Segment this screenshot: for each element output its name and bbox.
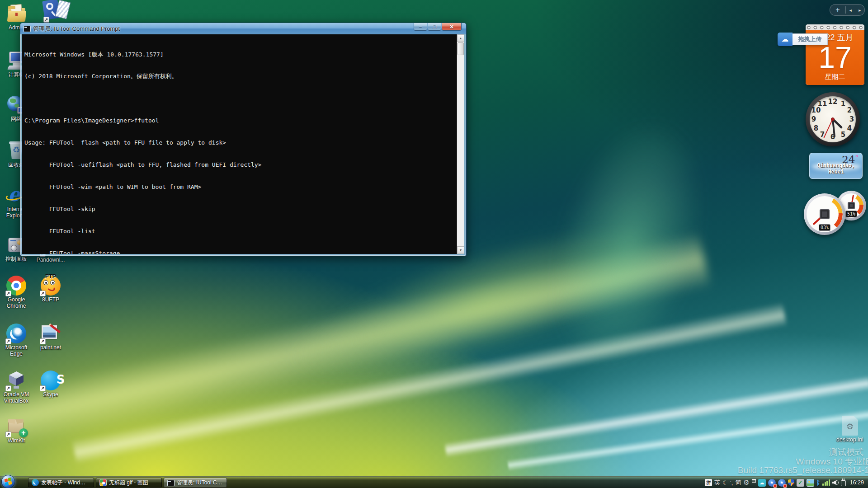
shortcut-arrow-icon: ↗ [5, 338, 11, 344]
ini-file-icon: ⚙ [842, 416, 858, 436]
windows-logo-icon [5, 478, 12, 486]
icon-label: paint.net [36, 344, 65, 351]
console-line: FFUTool -list [24, 228, 457, 235]
ram-chip-icon [848, 202, 855, 209]
desktop-icon-paint-net[interactable]: ↗ paint.net [36, 324, 65, 351]
console-line: FFUTool -uefiflash <path to FFU, flashed… [24, 161, 457, 169]
bluetooth-icon[interactable]: ᛒ [816, 479, 820, 486]
netdisk-tray-icon-2[interactable]: ★ [778, 479, 786, 487]
desktop-icon-8uftp[interactable]: FTP ↗ 8UFTP [36, 276, 65, 303]
ime-punctuation-icon[interactable]: ’, [730, 479, 733, 486]
netdisk-tray-icon-1[interactable]: ★ [768, 479, 776, 487]
clock-center-cap [831, 117, 835, 121]
console-line: Usage: FFUTool -flash <path to FFU file … [24, 139, 457, 146]
antivirus-tray-icon[interactable]: ✓ [797, 479, 804, 487]
alert-badge: ✕ [792, 483, 796, 487]
minimize-button[interactable]: – [414, 23, 427, 31]
drag-upload-widget[interactable]: ☁ 拖拽上传 [778, 33, 828, 46]
icon-label: Oracle VM VirtualBox [2, 391, 31, 404]
weather-gadget[interactable]: 24° Qinhuangdao, Hebei [809, 153, 863, 179]
taskbar-clock[interactable]: 16:29 [848, 479, 866, 486]
upload-label: 拖拽上传 [793, 33, 828, 45]
console-line: FFUTool -skip [24, 206, 457, 213]
maximize-button[interactable]: ▢ [428, 23, 441, 31]
ram-usage-readout: 51% [845, 211, 857, 217]
scrollbar-thumb[interactable] [458, 42, 464, 55]
language-bar-restore-icon[interactable] [752, 479, 756, 483]
desktop-icon-desktop-ini[interactable]: ⚙ desktop.ini [831, 416, 868, 443]
shortcut-arrow-icon: ↗ [5, 291, 11, 296]
shortcut-arrow-icon: ↗ [5, 385, 11, 391]
shortcut-arrow-icon: ↗ [40, 291, 46, 296]
folder-icon [7, 5, 25, 23]
taskbar-task-command-prompt[interactable]: 管理员: IUTool Co... [164, 478, 227, 488]
cmd-icon [167, 480, 175, 486]
console-line: Microsoft Windows [版本 10.0.17763.1577] [24, 51, 457, 58]
taskbar: 发表帖子 - Window... 无标题.gif - 画图 管理员: IUToo… [0, 476, 868, 488]
desktop-icon-google-chrome[interactable]: ↗ Google Chrome [2, 276, 31, 309]
volume-icon[interactable] [832, 479, 839, 486]
desktop-icon-document-search[interactable]: ↗ [42, 0, 71, 23]
ime-pinyin-indicator[interactable]: 拼 [705, 479, 712, 486]
close-button[interactable]: ✕ [442, 23, 462, 31]
disconnected-badge [773, 484, 777, 488]
next-page-button[interactable]: ▸ [855, 8, 865, 13]
watermark-build: Build 17763.rs5_release.180914-1434 [738, 465, 868, 475]
console-line: FFUTool -wim <path to WIM to boot from R… [24, 183, 457, 191]
console-line: FFUTool -massStorage [24, 250, 457, 254]
icon-label: 控制面板 [2, 256, 31, 262]
console-line [24, 95, 457, 102]
cmd-icon [24, 26, 31, 32]
console-output[interactable]: Microsoft Windows [版本 10.0.17763.1577] (… [22, 34, 464, 254]
desktop-icon-virtualbox[interactable]: ↗ Oracle VM VirtualBox [2, 371, 31, 404]
icon-label: desktop.ini [831, 436, 868, 443]
clock-gadget[interactable]: 1 2 3 4 5 6 7 8 9 10 11 12 [806, 92, 860, 146]
icon-label: WimKit [2, 437, 31, 444]
console-scrollbar[interactable]: ▲ ▼ [457, 34, 464, 254]
scrollbar-track[interactable] [457, 56, 464, 246]
paint-icon [99, 479, 107, 486]
cloud-upload-icon[interactable]: ☁ [778, 33, 793, 46]
calendar-day: 17 [806, 43, 864, 72]
clock-number: 9 [811, 115, 816, 123]
window-title: 管理员: IUTool Command Prompt [33, 25, 120, 33]
security-shield-tray-icon[interactable]: ✕ [788, 479, 794, 486]
shortcut-arrow-icon: ↗ [40, 338, 46, 344]
network-signal-icon[interactable] [822, 479, 830, 486]
power-plug-icon[interactable] [841, 480, 846, 486]
icon-label: Google Chrome [2, 296, 31, 309]
icon-label: Microsoft Edge [2, 344, 31, 357]
window-titlebar[interactable]: 管理员: IUTool Command Prompt – ▢ ✕ [20, 23, 466, 34]
clock-number: 4 [847, 124, 852, 132]
gadget-sidebar-toolbar[interactable]: + ◂ ▸ [830, 4, 865, 16]
cloud-sync-tray-icon[interactable]: ☁ [758, 479, 766, 487]
clock-number: 11 [818, 100, 827, 108]
taskbar-task-browser[interactable]: 发表帖子 - Window... [28, 478, 94, 488]
add-gadget-button[interactable]: + [830, 5, 845, 15]
ime-language-indicator[interactable]: 英 [714, 479, 720, 487]
cpu-meter-gadget[interactable]: 03% [804, 193, 845, 235]
start-button[interactable] [1, 475, 15, 488]
ime-settings-gear-icon[interactable]: ⚙ [743, 479, 749, 487]
scroll-down-button[interactable]: ▼ [457, 246, 464, 254]
desktop-icon-wimkit[interactable]: +↗ WimKit [2, 417, 31, 444]
ime-charset-indicator[interactable]: 简 [735, 479, 741, 487]
wallpaper-streak [0, 230, 711, 460]
photos-tray-icon[interactable] [807, 479, 814, 487]
previous-page-button[interactable]: ◂ [846, 8, 855, 13]
clock-number: 1 [841, 100, 845, 108]
shortcut-arrow-icon: ↗ [40, 385, 46, 391]
shortcut-arrow-icon: ↗ [5, 432, 11, 437]
desktop-icon-skype[interactable]: S↗ Skype [36, 371, 65, 398]
icon-label: 8UFTP [36, 296, 65, 303]
icon-label: Pandownl... [36, 257, 65, 263]
clock-face: 1 2 3 4 5 6 7 8 9 10 11 12 [810, 96, 856, 142]
ime-fullwidth-moon-icon[interactable]: ☾ [722, 479, 728, 486]
desktop-icon-microsoft-edge[interactable]: ↗ Microsoft Edge [2, 324, 31, 357]
virtualbox-icon: ↗ [6, 371, 26, 390]
wallpaper-streak [72, 302, 787, 464]
scroll-up-button[interactable]: ▲ [457, 34, 464, 42]
clock-number: 2 [847, 106, 852, 114]
paint-net-icon: ↗ [41, 324, 61, 343]
taskbar-task-paint[interactable]: 无标题.gif - 画图 [96, 478, 162, 488]
